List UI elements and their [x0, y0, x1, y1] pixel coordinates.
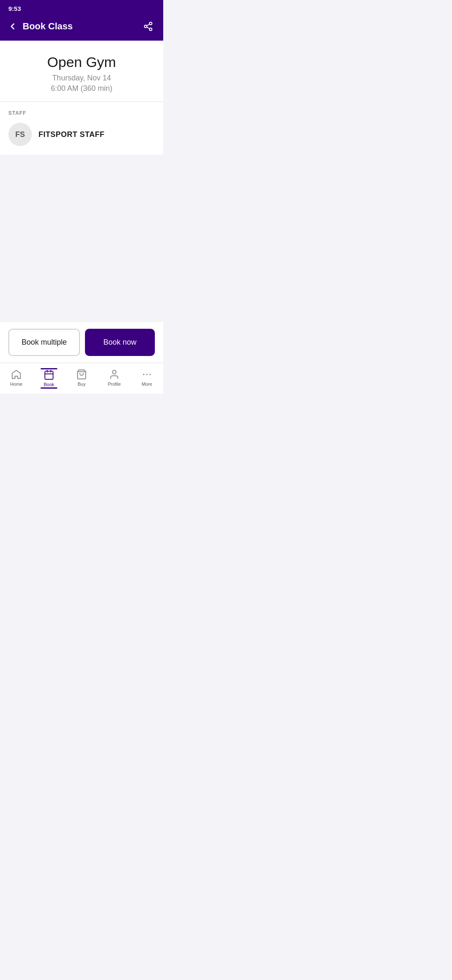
svg-point-11: [143, 374, 144, 375]
book-multiple-button[interactable]: Book multiple: [8, 329, 80, 356]
header-title: Book Class: [23, 21, 73, 32]
share-button[interactable]: [141, 20, 155, 33]
staff-name: FITSPORT STAFF: [39, 130, 105, 139]
bottom-nav: Home Book Buy: [0, 363, 163, 394]
svg-point-12: [146, 374, 147, 375]
class-time: 6:00 AM (360 min): [8, 84, 155, 93]
back-button[interactable]: [6, 20, 19, 33]
svg-point-13: [149, 374, 151, 375]
nav-more[interactable]: More: [131, 367, 163, 388]
nav-profile[interactable]: Profile: [98, 367, 131, 388]
nav-buy-label: Buy: [78, 382, 86, 387]
header-left: Book Class: [6, 20, 73, 33]
staff-section: STAFF FS FITSPORT STAFF: [0, 102, 163, 155]
class-date: Thursday, Nov 14: [8, 74, 155, 83]
buy-icon: [76, 369, 87, 380]
nav-home[interactable]: Home: [0, 367, 33, 388]
staff-initials: FS: [15, 130, 25, 139]
nav-buy[interactable]: Buy: [65, 367, 98, 388]
profile-icon: [109, 369, 120, 380]
svg-point-10: [113, 370, 116, 374]
home-icon: [11, 369, 22, 380]
nav-home-label: Home: [10, 382, 22, 387]
nav-more-label: More: [141, 382, 152, 387]
status-time: 9:53: [8, 5, 21, 12]
svg-line-4: [147, 24, 150, 26]
page-wrapper: 9:53 Book Class Open Gym Thursday, Nov 1…: [0, 0, 163, 394]
nav-book[interactable]: Book: [33, 366, 65, 389]
staff-item: FS FITSPORT STAFF: [8, 123, 155, 146]
nav-book-label: Book: [44, 382, 54, 387]
staff-avatar: FS: [8, 123, 32, 146]
nav-profile-label: Profile: [108, 382, 121, 387]
book-icon: [44, 369, 54, 380]
header: Book Class: [0, 15, 163, 41]
class-title: Open Gym: [8, 54, 155, 70]
svg-line-3: [147, 27, 150, 29]
action-buttons: Book multiple Book now: [0, 322, 163, 363]
share-icon: [143, 21, 153, 31]
back-arrow-icon: [8, 21, 18, 31]
more-icon: [141, 369, 152, 380]
svg-rect-5: [45, 371, 53, 379]
book-now-button[interactable]: Book now: [85, 329, 155, 356]
content-filler: [0, 155, 163, 322]
staff-section-label: STAFF: [8, 110, 155, 116]
class-info-section: Open Gym Thursday, Nov 14 6:00 AM (360 m…: [0, 41, 163, 101]
status-bar: 9:53: [0, 0, 163, 15]
